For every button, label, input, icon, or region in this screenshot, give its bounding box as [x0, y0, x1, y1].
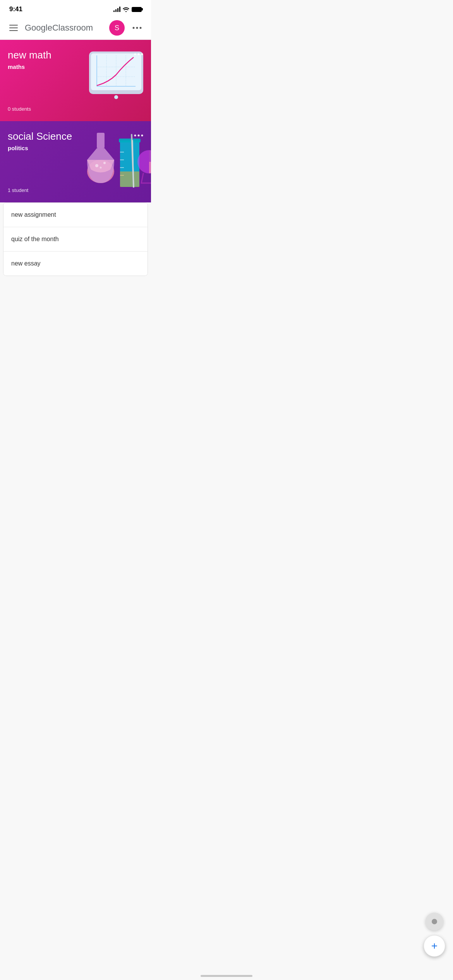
science-card-subtitle: politics [8, 145, 143, 151]
signal-icon [113, 7, 120, 12]
math-card-title: new math [8, 49, 143, 61]
wifi-icon [123, 7, 129, 12]
hamburger-icon [9, 25, 18, 26]
math-card-subtitle: maths [8, 63, 143, 70]
header-actions: S [109, 20, 145, 36]
more-dots-icon [134, 53, 143, 55]
svg-point-13 [134, 53, 136, 55]
math-card-menu-button[interactable] [131, 46, 146, 60]
quiz-of-month-item[interactable]: quiz of the month [3, 227, 148, 252]
svg-point-34 [134, 135, 136, 137]
status-time: 9:41 [9, 5, 22, 13]
status-bar: 9:41 [0, 0, 151, 16]
science-class-card[interactable]: social Science politics 1 student [0, 121, 151, 202]
hamburger-icon [9, 30, 18, 31]
svg-point-36 [141, 135, 143, 137]
battery-icon [132, 7, 142, 12]
cards-container: new math maths 0 students [0, 40, 151, 202]
math-card-content: new math maths 0 students [0, 40, 151, 121]
svg-point-2 [140, 27, 142, 29]
science-card-title: social Science [8, 130, 143, 142]
math-class-card[interactable]: new math maths 0 students [0, 40, 151, 121]
app-header: Google Classroom S [0, 16, 151, 40]
svg-point-14 [138, 53, 140, 55]
more-options-button[interactable] [129, 20, 145, 36]
new-essay-item[interactable]: new essay [3, 252, 148, 276]
science-card-content: social Science politics 1 student [0, 121, 151, 202]
svg-point-1 [136, 27, 138, 29]
more-dots-icon [134, 134, 143, 137]
dropdown-menu: new assignment quiz of the month new ess… [3, 202, 148, 276]
avatar[interactable]: S [109, 20, 125, 36]
google-title: Google [25, 23, 52, 33]
app-title: Google Classroom [25, 23, 109, 33]
status-icons [113, 7, 142, 12]
svg-point-0 [133, 27, 135, 29]
math-card-students: 0 students [8, 106, 31, 112]
science-card-menu-button[interactable] [131, 127, 146, 142]
svg-point-35 [138, 135, 140, 137]
classroom-title: Classroom [52, 23, 93, 33]
more-dots-icon [132, 27, 142, 29]
hamburger-icon [9, 27, 18, 28]
svg-point-15 [141, 53, 143, 55]
science-card-students: 1 student [8, 187, 29, 193]
new-assignment-item[interactable]: new assignment [3, 203, 148, 227]
menu-button[interactable] [6, 20, 22, 36]
